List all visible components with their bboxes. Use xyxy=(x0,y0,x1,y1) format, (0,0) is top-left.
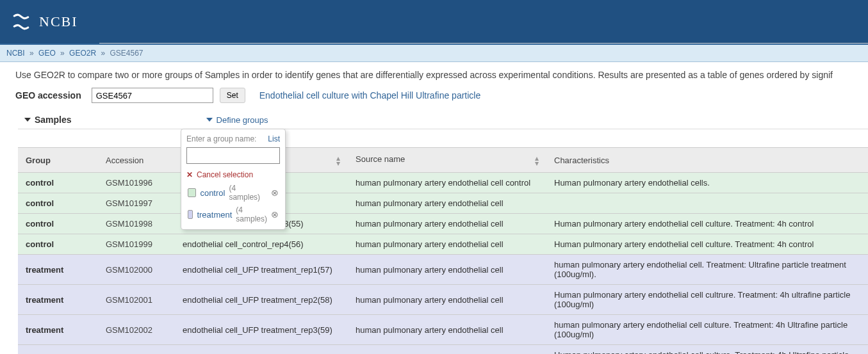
ncbi-icon xyxy=(10,10,33,33)
samples-table: Group Accession ▴▾ Source name▴▾ Charact… xyxy=(18,147,868,354)
set-button[interactable]: Set xyxy=(220,88,245,103)
cell-source: human pulmonary artery endothelial cell xyxy=(348,214,546,234)
cell-group: control xyxy=(18,234,98,255)
cell-accession: GSM102001 xyxy=(98,285,175,315)
logo[interactable]: NCBI xyxy=(0,0,99,44)
cell-accession: GSM102002 xyxy=(98,315,175,345)
cell-group: treatment xyxy=(18,315,98,345)
table-row[interactable]: treatmentGSM102002endothelial cell_UFP t… xyxy=(18,315,868,345)
dataset-title-link[interactable]: Endothelial cell culture with Chapel Hil… xyxy=(259,90,481,101)
breadcrumb: NCBI » GEO » GEO2R » GSE4567 xyxy=(0,44,868,62)
table-row[interactable]: controlGSM101998endothelial cell_control… xyxy=(18,214,868,234)
intro-text: Use GEO2R to compare two or more groups … xyxy=(0,62,868,85)
cell-characteristics: human pulmonary artery endothelial cell … xyxy=(546,315,868,345)
cancel-selection[interactable]: ✕Cancel selection xyxy=(186,168,280,182)
define-groups-popup: Enter a group name: List ✕Cancel selecti… xyxy=(181,129,286,230)
panel-header: Samples Define groups Enter a group name… xyxy=(18,111,868,129)
delete-group-icon[interactable]: ⊗ xyxy=(271,188,279,198)
cell-characteristics: Human pulmonary artery endothelial cell … xyxy=(546,345,868,355)
group-name-input[interactable] xyxy=(186,147,280,164)
accession-input[interactable] xyxy=(92,88,213,103)
col-accession[interactable]: Accession xyxy=(98,148,175,173)
site-header: NCBI xyxy=(0,0,868,44)
crumb-geo2r[interactable]: GEO2R xyxy=(69,49,96,58)
delete-group-icon[interactable]: ⊗ xyxy=(271,209,279,220)
table-row[interactable]: controlGSM101999endothelial cell_control… xyxy=(18,234,868,255)
table-row[interactable]: treatmentGSM102000endothelial cell_UFP t… xyxy=(18,255,868,285)
group-name-prompt: Enter a group name: xyxy=(186,134,256,143)
cell-source: human pulmonary artery endothelial cell xyxy=(348,234,546,255)
crumb-current: GSE4567 xyxy=(110,49,143,58)
chevron-down-icon xyxy=(206,118,213,122)
cell-title: endothelial cell_UFP treatment_rep2(58) xyxy=(175,285,348,315)
col-source[interactable]: Source name▴▾ xyxy=(348,148,546,173)
cell-source: human pulmonary artery endothelial cell xyxy=(348,255,546,285)
cell-accession: GSM101999 xyxy=(98,234,175,255)
color-swatch xyxy=(188,210,193,219)
cell-title: endothelial cell_UFP treatment_rep1(57) xyxy=(175,255,348,285)
table-row[interactable]: treatmentGSM102003endothelial cell_UFP t… xyxy=(18,345,868,355)
logo-text: NCBI xyxy=(39,13,78,30)
cell-title: endothelial cell_UFP treatment_rep4(60) xyxy=(175,345,348,355)
accession-label: GEO accession xyxy=(15,90,81,101)
group-pill-treatment[interactable]: treatment (4 samples) ⊗ xyxy=(186,204,280,225)
cell-source: human pulmonary artery endothelial cell xyxy=(348,193,546,214)
cell-title: endothelial cell_UFP treatment_rep3(59) xyxy=(175,315,348,345)
table-row[interactable]: treatmentGSM102001endothelial cell_UFP t… xyxy=(18,285,868,315)
table-row[interactable]: controlGSM101997ep2(54)human pulmonary a… xyxy=(18,193,868,214)
cell-group: control xyxy=(18,214,98,234)
color-swatch xyxy=(188,188,196,197)
col-characteristics[interactable]: Characteristics xyxy=(546,148,868,173)
table-row[interactable]: controlGSM101996ep1(53)human pulmonary a… xyxy=(18,173,868,193)
cell-group: treatment xyxy=(18,255,98,285)
samples-panel: Samples Define groups Enter a group name… xyxy=(18,111,868,354)
cell-title: endothelial cell_control_rep4(56) xyxy=(175,234,348,255)
close-icon: ✕ xyxy=(186,170,193,179)
cell-characteristics: Human pulmonary artery endothelial cell … xyxy=(546,285,868,315)
samples-toggle[interactable]: Samples xyxy=(24,115,72,125)
col-group[interactable]: Group xyxy=(18,148,98,173)
crumb-ncbi[interactable]: NCBI xyxy=(6,49,25,58)
define-groups-toggle[interactable]: Define groups xyxy=(206,115,268,125)
group-pill-control[interactable]: control (4 samples) ⊗ xyxy=(186,182,280,204)
cell-accession: GSM102000 xyxy=(98,255,175,285)
sort-icon: ▴▾ xyxy=(535,156,539,166)
list-link[interactable]: List xyxy=(268,134,280,143)
cell-group: control xyxy=(18,173,98,193)
cell-accession: GSM101998 xyxy=(98,214,175,234)
accession-row: GEO accession Set Endothelial cell cultu… xyxy=(0,85,868,111)
sort-icon: ▴▾ xyxy=(336,156,340,166)
cell-characteristics: human pulmonary artery endothelial cell.… xyxy=(546,255,868,285)
cell-characteristics: Human pulmonary artery endothelial cell … xyxy=(546,234,868,255)
cell-group: treatment xyxy=(18,285,98,315)
cell-characteristics xyxy=(546,193,868,214)
chevron-down-icon xyxy=(24,118,31,122)
cell-characteristics: Human pulmonary artery endothelial cell … xyxy=(546,214,868,234)
cell-group: control xyxy=(18,193,98,214)
cell-accession: GSM101996 xyxy=(98,173,175,193)
cell-source: human pulmonary artery endothelial cell xyxy=(348,315,546,345)
cell-accession: GSM102003 xyxy=(98,345,175,355)
cell-characteristics: Human pulmonary artery endothelial cells… xyxy=(546,173,868,193)
cell-accession: GSM101997 xyxy=(98,193,175,214)
crumb-geo[interactable]: GEO xyxy=(38,49,56,58)
cell-source: human pulmonary artery endothelial cell xyxy=(348,285,546,315)
cell-source: human pulmonary artery endothelial cell xyxy=(348,345,546,355)
cell-group: treatment xyxy=(18,345,98,355)
cell-source: human pulmonary artery endothelial cell … xyxy=(348,173,546,193)
